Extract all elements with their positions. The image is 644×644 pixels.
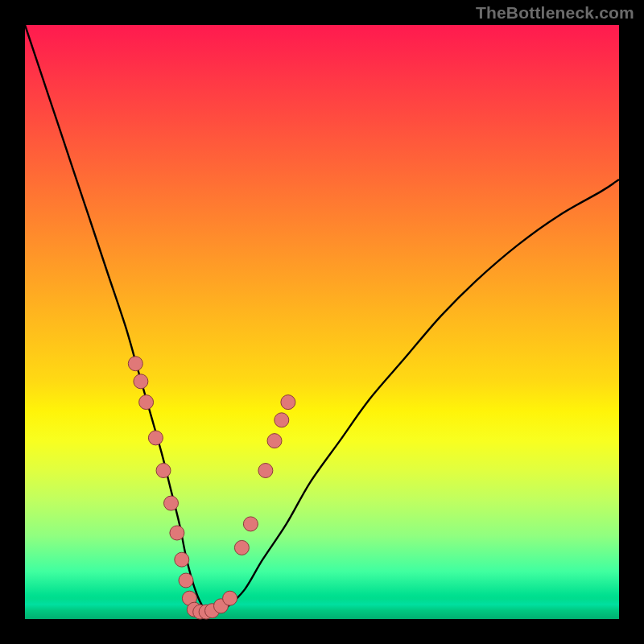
data-dot — [234, 540, 249, 555]
data-dot — [128, 357, 142, 371]
data-dot — [170, 526, 184, 540]
data-dot — [175, 552, 189, 567]
data-dot — [134, 374, 148, 389]
curve-layer — [25, 25, 619, 619]
data-dots-group — [128, 357, 295, 619]
data-dot — [267, 434, 282, 448]
plot-area — [25, 25, 619, 619]
data-dot — [139, 395, 154, 410]
data-dot — [164, 496, 179, 510]
data-dot — [179, 573, 193, 588]
watermark-text: TheBottleneck.com — [476, 3, 634, 23]
bottleneck-curve-path — [25, 25, 619, 614]
data-dot — [275, 413, 289, 427]
data-dot — [156, 464, 171, 478]
data-dot — [281, 395, 295, 410]
data-dot — [148, 431, 163, 445]
chart-container: TheBottleneck.com — [0, 0, 644, 644]
data-dot — [243, 517, 258, 531]
data-dot — [258, 464, 273, 478]
data-dot — [223, 591, 237, 605]
